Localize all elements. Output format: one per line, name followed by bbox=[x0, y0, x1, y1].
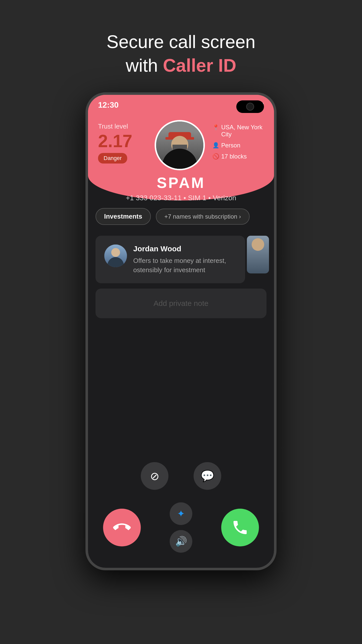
location-row: 📍 USA, New York City bbox=[212, 124, 264, 138]
caller-number-line: +1 333 023-33-11 • SIM 1 • Verizon bbox=[88, 194, 274, 202]
avatar-bg-layer bbox=[156, 122, 203, 169]
second-avatar-inner bbox=[247, 236, 269, 273]
info-card: Jordan Wood Offers to take money at inte… bbox=[96, 236, 245, 283]
reporter-avatar bbox=[104, 245, 127, 267]
caller-carrier: Verizon bbox=[213, 194, 236, 202]
reporter-name: Jordan Wood bbox=[133, 245, 236, 253]
decline-button[interactable] bbox=[103, 509, 141, 546]
subscription-tag-label: +7 names with subscription › bbox=[164, 213, 241, 220]
bluetooth-icon: ✦ bbox=[177, 508, 185, 519]
message-icon: 💬 bbox=[201, 469, 214, 482]
blocks-row: 🚫 17 blocks bbox=[212, 153, 264, 160]
location-icon: 📍 bbox=[212, 124, 219, 131]
add-note-field[interactable]: Add private note bbox=[96, 289, 266, 318]
avatar-body bbox=[162, 149, 197, 169]
status-time: 12:30 bbox=[98, 100, 119, 110]
bottom-action-buttons: ✦ 🔊 bbox=[88, 502, 274, 553]
message-button[interactable]: 💬 bbox=[194, 462, 221, 490]
caller-avatar-container bbox=[155, 120, 205, 170]
phone-frame: 12:30 ▾ ◂ ▮ Trust level 2.17 Danger bbox=[85, 92, 277, 570]
trust-level-block: Trust level 2.17 Danger bbox=[98, 120, 150, 164]
page-title: Secure call screen with Caller ID bbox=[107, 30, 255, 77]
tags-row: Investments +7 names with subscription › bbox=[96, 208, 266, 225]
subscription-tag[interactable]: +7 names with subscription › bbox=[156, 209, 250, 225]
camera-notch bbox=[236, 100, 264, 113]
second-avatar-partial bbox=[247, 236, 269, 273]
block-icon: ⊘ bbox=[150, 470, 159, 482]
caller-details-right: 📍 USA, New York City 👤 Person 🚫 17 block… bbox=[210, 120, 264, 160]
page-title-container: Secure call screen with Caller ID bbox=[107, 30, 255, 77]
bluetooth-button[interactable]: ✦ bbox=[170, 502, 192, 525]
block-button[interactable]: ⊘ bbox=[141, 462, 168, 490]
caller-name: SPAM bbox=[88, 174, 274, 191]
speaker-button[interactable]: 🔊 bbox=[170, 530, 192, 553]
title-with-prefix: with Caller ID bbox=[126, 55, 236, 75]
separator2: • bbox=[208, 194, 213, 202]
separator1: • bbox=[184, 194, 188, 202]
accept-button[interactable] bbox=[221, 509, 259, 546]
decline-phone-icon bbox=[113, 519, 131, 536]
add-note-text: Add private note bbox=[154, 299, 208, 307]
type-text: Person bbox=[221, 142, 240, 149]
avatar-ring bbox=[155, 120, 205, 170]
title-prefix: with bbox=[126, 55, 163, 75]
category-tag[interactable]: Investments bbox=[96, 208, 151, 225]
accept-phone-icon bbox=[231, 519, 249, 536]
top-action-buttons: ⊘ 💬 bbox=[88, 462, 274, 490]
title-line1: Secure call screen bbox=[107, 32, 255, 52]
person-icon: 👤 bbox=[212, 142, 219, 149]
speaker-icon: 🔊 bbox=[175, 536, 187, 547]
info-card-content: Jordan Wood Offers to take money at inte… bbox=[133, 245, 236, 274]
title-highlight: Caller ID bbox=[163, 55, 236, 75]
block-icon: 🚫 bbox=[212, 153, 219, 160]
camera-lens bbox=[246, 103, 254, 111]
caller-info-row: Trust level 2.17 Danger bbox=[88, 120, 274, 170]
category-tag-label: Investments bbox=[104, 213, 142, 220]
caller-number: +1 333 023-33-11 bbox=[126, 194, 182, 202]
trust-number: 2.17 bbox=[98, 132, 150, 150]
danger-label: Danger bbox=[104, 155, 122, 161]
reporter-text: Offers to take money at interest, ostens… bbox=[133, 256, 236, 274]
sub-buttons-center: ✦ 🔊 bbox=[170, 502, 192, 553]
trust-label: Trust level bbox=[98, 123, 150, 130]
danger-badge: Danger bbox=[98, 153, 127, 164]
type-row: 👤 Person bbox=[212, 142, 264, 149]
action-buttons-area: ⊘ 💬 ✦ 🔊 bbox=[88, 462, 274, 553]
caller-name-section: SPAM +1 333 023-33-11 • SIM 1 • Verizon bbox=[88, 174, 274, 202]
location-text: USA, New York City bbox=[221, 124, 264, 138]
blocks-text: 17 blocks bbox=[221, 153, 247, 160]
caller-sim: SIM 1 bbox=[188, 194, 206, 202]
